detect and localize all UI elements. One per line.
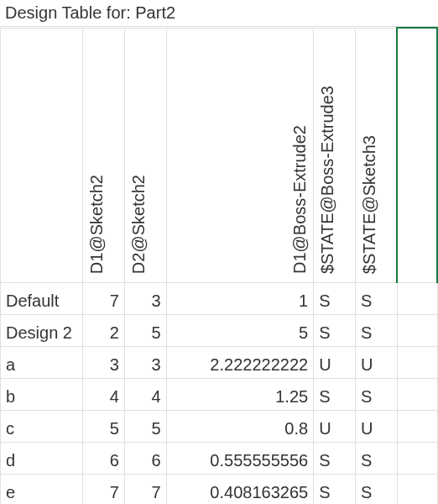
page-title: Design Table for: Part2 [0, 0, 438, 27]
cell[interactable]: S [314, 442, 356, 474]
cell[interactable]: S [355, 442, 397, 474]
cell[interactable]: 6 [124, 442, 166, 474]
cell[interactable]: 3 [124, 282, 166, 314]
cell[interactable] [397, 282, 437, 314]
cell[interactable]: 0.8 [166, 410, 314, 442]
table-row: b 4 4 1.25 S S [1, 378, 438, 410]
config-name[interactable]: Default [1, 282, 83, 314]
cell[interactable]: 4 [82, 378, 124, 410]
header-blank[interactable] [1, 28, 83, 282]
design-table[interactable]: D1@Sketch2 D2@Sketch2 D1@Boss-Extrude2 $… [0, 27, 438, 504]
col-header[interactable]: $STATE@Boss-Extrude3 [314, 28, 356, 282]
cell[interactable]: 7 [82, 474, 124, 504]
cell[interactable]: U [355, 410, 397, 442]
col-header[interactable]: D1@Boss-Extrude2 [166, 28, 314, 282]
cell[interactable] [397, 314, 437, 346]
config-name[interactable]: b [1, 378, 83, 410]
cell[interactable] [397, 410, 437, 442]
table-row: d 6 6 0.555555556 S S [1, 442, 438, 474]
cell[interactable]: 5 [124, 314, 166, 346]
cell[interactable]: U [314, 410, 356, 442]
cell[interactable]: S [355, 314, 397, 346]
cell[interactable]: 3 [124, 346, 166, 378]
cell[interactable]: 2 [82, 314, 124, 346]
config-name[interactable]: c [1, 410, 83, 442]
selected-cell[interactable] [397, 28, 437, 282]
cell[interactable]: S [314, 282, 356, 314]
table-row: a 3 3 2.222222222 U U [1, 346, 438, 378]
config-name[interactable]: a [1, 346, 83, 378]
table-row: e 7 7 0.408163265 S S [1, 474, 438, 504]
cell[interactable] [397, 474, 437, 504]
cell[interactable]: S [314, 474, 356, 504]
cell[interactable]: S [355, 282, 397, 314]
cell[interactable]: 6 [82, 442, 124, 474]
header-row: D1@Sketch2 D2@Sketch2 D1@Boss-Extrude2 $… [1, 28, 438, 282]
cell[interactable] [397, 442, 437, 474]
col-header[interactable]: D2@Sketch2 [124, 28, 166, 282]
cell[interactable]: S [314, 378, 356, 410]
cell[interactable]: 5 [166, 314, 314, 346]
col-header[interactable]: D1@Sketch2 [82, 28, 124, 282]
cell[interactable]: S [355, 378, 397, 410]
cell[interactable]: 7 [82, 282, 124, 314]
cell[interactable] [397, 346, 437, 378]
cell[interactable]: U [355, 346, 397, 378]
cell[interactable]: 5 [82, 410, 124, 442]
cell[interactable]: 3 [82, 346, 124, 378]
cell[interactable]: 1 [166, 282, 314, 314]
config-name[interactable]: Design 2 [1, 314, 83, 346]
cell[interactable]: 0.555555556 [166, 442, 314, 474]
table-row: Design 2 2 5 5 S S [1, 314, 438, 346]
cell[interactable]: S [314, 314, 356, 346]
cell[interactable]: 1.25 [166, 378, 314, 410]
table-row: Default 7 3 1 S S [1, 282, 438, 314]
cell[interactable]: 0.408163265 [166, 474, 314, 504]
cell[interactable]: 7 [124, 474, 166, 504]
col-header[interactable]: $STATE@Sketch3 [355, 28, 397, 282]
cell[interactable]: 4 [124, 378, 166, 410]
config-name[interactable]: d [1, 442, 83, 474]
cell[interactable]: 2.222222222 [166, 346, 314, 378]
config-name[interactable]: e [1, 474, 83, 504]
cell[interactable] [397, 378, 437, 410]
table-row: c 5 5 0.8 U U [1, 410, 438, 442]
cell[interactable]: U [314, 346, 356, 378]
cell[interactable]: 5 [124, 410, 166, 442]
cell[interactable]: S [355, 474, 397, 504]
